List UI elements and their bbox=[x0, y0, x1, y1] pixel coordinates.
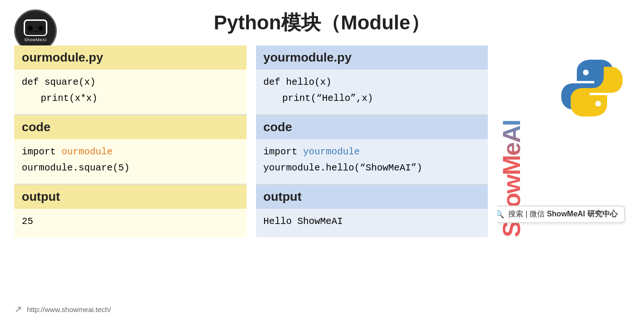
right-module-line1: def hello(x) bbox=[264, 74, 481, 90]
left-output-value: 25 bbox=[22, 214, 239, 230]
content-grid: ourmodule.py def square(x) print(x*x) co… bbox=[14, 45, 630, 237]
footer-url: http://www.showmeai.tech/ bbox=[27, 305, 111, 313]
svg-point-1 bbox=[595, 101, 601, 107]
right-output-value: Hello ShowMeAI bbox=[264, 214, 481, 230]
right-column: yourmodule.py def hello(x) print(“Hello”… bbox=[256, 45, 488, 237]
logo-icon: ◉_◉ bbox=[24, 19, 47, 36]
svg-point-0 bbox=[583, 70, 589, 75]
right-decoration: ShowMeAI 🔍 搜索 | 微信 ShowMeAI 研究中心 bbox=[497, 45, 630, 237]
right-import-prefix: import bbox=[264, 146, 303, 157]
footer-arrow-icon: ↗ bbox=[14, 304, 22, 315]
logo-text: ShowMeAI bbox=[24, 37, 47, 42]
left-module-name: ourmodule bbox=[62, 146, 113, 157]
right-code-line2: yourmodule.hello(“ShowMeAI”) bbox=[264, 160, 481, 176]
left-module-line1: def square(x) bbox=[22, 74, 239, 90]
python-logo bbox=[559, 55, 625, 123]
right-module-line2: print(“Hello”,x) bbox=[264, 90, 481, 107]
right-module-name: yourmodule bbox=[303, 146, 360, 157]
right-code-title: code bbox=[264, 120, 292, 134]
left-import-prefix: import bbox=[22, 146, 62, 157]
search-badge[interactable]: 🔍 搜索 | 微信 ShowMeAI 研究中心 bbox=[497, 206, 625, 223]
logo-face: ◉_◉ bbox=[27, 23, 44, 32]
footer: ↗ http://www.showmeai.tech/ bbox=[14, 304, 111, 315]
right-module-title: yourmodule.py bbox=[264, 50, 352, 64]
left-code-line2: ourmodule.square(5) bbox=[22, 160, 239, 176]
left-code-body: import ourmodule ourmodule.square(5) bbox=[14, 139, 247, 184]
left-output-title: output bbox=[22, 189, 60, 204]
left-module-line2: print(x*x) bbox=[22, 90, 239, 107]
page-title: Python模块（Module） bbox=[214, 9, 430, 36]
left-code-line1: import ourmodule bbox=[22, 144, 239, 160]
search-label: 搜索 | 微信 ShowMeAI 研究中心 bbox=[508, 209, 618, 219]
right-output-header: output bbox=[256, 185, 488, 209]
left-module-title: ourmodule.py bbox=[22, 50, 103, 64]
right-output-body: Hello ShowMeAI bbox=[256, 209, 488, 237]
search-icon: 🔍 bbox=[497, 210, 504, 219]
right-module-body: def hello(x) print(“Hello”,x) bbox=[256, 70, 488, 114]
left-code-title: code bbox=[22, 120, 51, 134]
left-output-header: output bbox=[14, 185, 247, 209]
right-output-title: output bbox=[264, 189, 302, 204]
logo-screen: ◉_◉ bbox=[25, 21, 46, 35]
header: ◉_◉ ShowMeAI Python模块（Module） bbox=[14, 9, 630, 36]
left-column: ourmodule.py def square(x) print(x*x) co… bbox=[14, 45, 247, 237]
right-code-line1: import yourmodule bbox=[264, 144, 481, 160]
right-module-header: yourmodule.py bbox=[256, 45, 488, 70]
right-code-body: import yourmodule yourmodule.hello(“Show… bbox=[256, 139, 488, 184]
right-code-header: code bbox=[256, 115, 488, 139]
left-module-header: ourmodule.py bbox=[14, 45, 247, 70]
left-code-header: code bbox=[14, 115, 247, 139]
search-bold-text: ShowMeAI 研究中心 bbox=[547, 210, 618, 218]
left-output-body: 25 bbox=[14, 209, 247, 237]
left-module-body: def square(x) print(x*x) bbox=[14, 70, 247, 114]
page-container: ◉_◉ ShowMeAI Python模块（Module） ourmodule.… bbox=[0, 0, 644, 322]
